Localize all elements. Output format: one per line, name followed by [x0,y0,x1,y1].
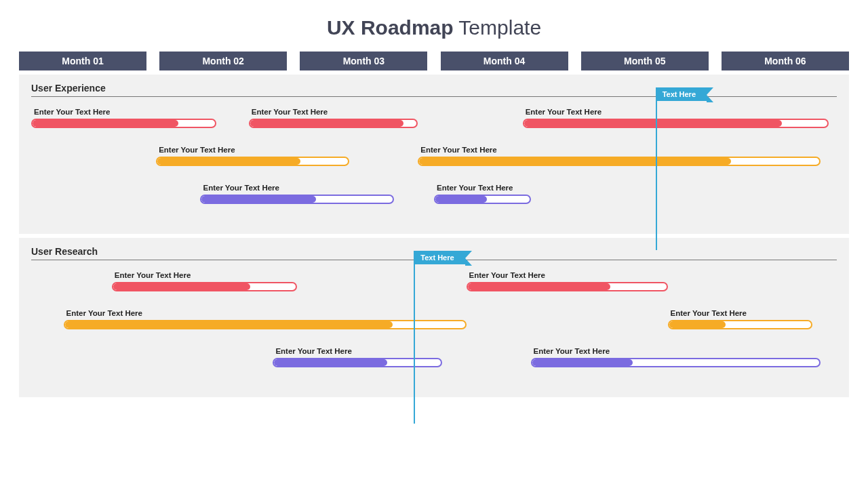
bar-track [200,195,393,204]
bar-label: Enter Your Text Here [66,309,467,317]
section-rows: Text HereEnter Your Text HereEnter Your … [31,271,837,381]
month-tab-5: Month 05 [581,52,709,70]
section-title: User Experience [31,83,837,94]
row: Enter Your Text HereEnter Your Text Here… [31,108,837,142]
bar-fill [669,321,726,328]
bar: Enter Your Text Here [249,108,418,128]
bar: Enter Your Text Here [273,347,441,367]
bar-label: Enter Your Text Here [34,108,216,116]
bar-label: Enter Your Text Here [275,347,441,355]
bar-track [668,320,813,329]
bar-label: Enter Your Text Here [526,108,829,116]
bar-track [31,119,216,128]
bar-track [156,157,349,166]
section-rows: Text HereEnter Your Text HereEnter Your … [31,108,837,218]
marker-flag: Text Here [414,251,465,264]
bar-label: Enter Your Text Here [534,347,821,355]
bar-label: Enter Your Text Here [252,108,418,116]
row: Enter Your Text HereEnter Your Text Here [31,309,837,343]
bar-track [523,119,829,128]
bar: Enter Your Text Here [200,184,393,204]
month-tabs: Month 01Month 02Month 03Month 04Month 05… [19,52,849,70]
bar-fill [250,120,403,127]
bar-track [112,282,297,291]
month-tab-6: Month 06 [722,52,849,70]
month-tab-3: Month 03 [300,52,427,70]
month-tab-4: Month 04 [441,52,568,70]
month-tab-2: Month 02 [159,52,287,70]
bar-label: Enter Your Text Here [437,184,531,192]
bar-label: Enter Your Text Here [203,184,393,192]
bar-fill [33,120,178,127]
bar-label: Enter Your Text Here [469,271,668,279]
month-tab-1: Month 01 [19,52,146,70]
bar-track [531,358,821,367]
bar: Enter Your Text Here [156,146,349,166]
row: Enter Your Text HereEnter Your Text Here [31,146,837,180]
bar: Enter Your Text Here [434,184,531,204]
section-0: User ExperienceText HereEnter Your Text … [19,75,849,234]
bar-label: Enter Your Text Here [159,146,349,154]
page-title: UX Roadmap Template [0,16,868,39]
bar-fill [201,196,316,203]
marker-flag: Text Here [656,87,707,101]
row: Enter Your Text HereEnter Your Text Here [31,347,837,381]
bar-fill [274,359,387,366]
timeline-marker: Text Here [414,251,415,424]
bar-fill [113,283,250,290]
bar-track [418,157,821,166]
bar: Enter Your Text Here [668,309,813,329]
bar: Enter Your Text Here [64,309,467,329]
row: Enter Your Text HereEnter Your Text Here [31,271,837,305]
bar-track [434,195,531,204]
section-1: User ResearchText HereEnter Your Text He… [19,238,849,397]
bar-fill [435,196,487,203]
title-rest: Template [454,16,542,39]
bar-fill [532,359,633,366]
bar: Enter Your Text Here [112,271,297,291]
bar-label: Enter Your Text Here [115,271,297,279]
bar-fill [468,283,611,290]
bar: Enter Your Text Here [523,108,829,128]
bar-track [467,282,668,291]
row: Enter Your Text HereEnter Your Text Here [31,184,837,218]
bar-fill [419,158,731,165]
bar-label: Enter Your Text Here [671,309,813,317]
bar-fill [524,120,782,127]
bar-track [249,119,418,128]
bar-fill [65,321,393,328]
bar: Enter Your Text Here [467,271,668,291]
bar-track [273,358,441,367]
bar-label: Enter Your Text Here [420,146,821,154]
bar-fill [157,158,300,165]
bar: Enter Your Text Here [31,108,216,128]
section-rule [31,96,837,97]
bar: Enter Your Text Here [418,146,821,166]
timeline-marker: Text Here [656,87,657,250]
bar-track [64,320,467,329]
title-bold: UX Roadmap [327,16,454,39]
bar: Enter Your Text Here [531,347,821,367]
